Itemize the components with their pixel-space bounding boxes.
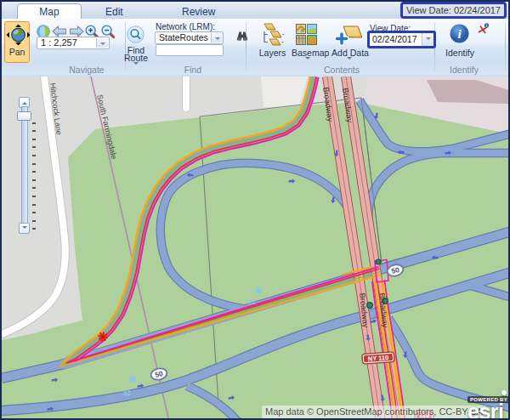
svg-text:32: 32 — [122, 389, 131, 397]
svg-text:i: i — [486, 24, 487, 28]
svg-text:NY 110: NY 110 — [368, 354, 389, 363]
svg-text:32: 32 — [247, 298, 256, 306]
